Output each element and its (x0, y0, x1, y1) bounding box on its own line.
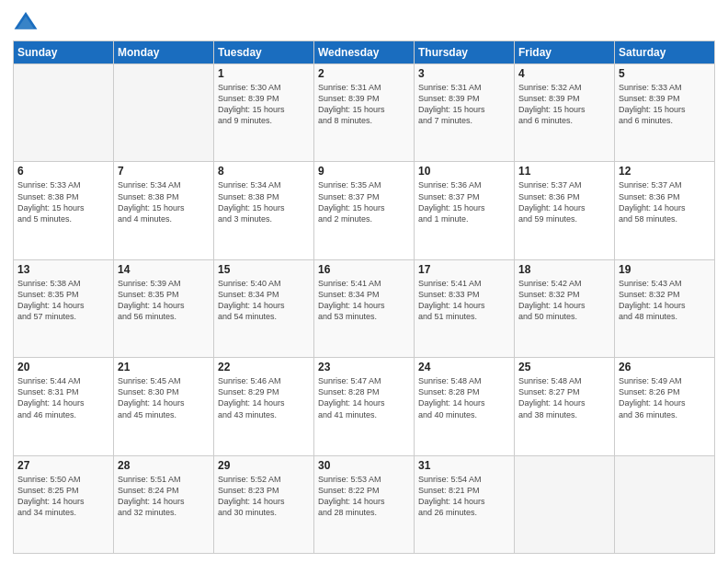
weekday-wednesday: Wednesday (314, 41, 415, 64)
day-number: 19 (619, 263, 711, 276)
day-number: 18 (518, 263, 610, 276)
weekday-thursday: Thursday (415, 41, 515, 64)
weekday-tuesday: Tuesday (214, 41, 314, 64)
day-number: 21 (118, 361, 210, 373)
calendar-cell: 19Sunrise: 5:43 AM Sunset: 8:32 PM Dayli… (615, 259, 715, 357)
logo-icon (13, 9, 39, 35)
day-info: Sunrise: 5:49 AM Sunset: 8:26 PM Dayligh… (619, 375, 711, 420)
day-number: 28 (118, 459, 210, 472)
day-number: 2 (318, 67, 410, 80)
day-number: 13 (17, 263, 109, 276)
calendar-cell: 8Sunrise: 5:34 AM Sunset: 8:38 PM Daylig… (214, 162, 314, 259)
day-number: 6 (17, 165, 109, 178)
calendar-cell: 20Sunrise: 5:44 AM Sunset: 8:31 PM Dayli… (14, 358, 114, 455)
day-info: Sunrise: 5:50 AM Sunset: 8:25 PM Dayligh… (17, 474, 109, 519)
day-number: 31 (418, 459, 510, 472)
day-info: Sunrise: 5:34 AM Sunset: 8:38 PM Dayligh… (218, 179, 310, 224)
day-number: 24 (418, 361, 510, 373)
day-number: 25 (518, 361, 610, 373)
calendar-cell: 28Sunrise: 5:51 AM Sunset: 8:24 PM Dayli… (114, 455, 214, 553)
day-number: 22 (218, 361, 310, 373)
day-info: Sunrise: 5:31 AM Sunset: 8:39 PM Dayligh… (418, 82, 510, 127)
day-info: Sunrise: 5:37 AM Sunset: 8:36 PM Dayligh… (518, 179, 610, 224)
day-info: Sunrise: 5:31 AM Sunset: 8:39 PM Dayligh… (318, 82, 410, 127)
day-number: 8 (218, 165, 310, 178)
calendar-cell: 12Sunrise: 5:37 AM Sunset: 8:36 PM Dayli… (615, 162, 715, 259)
day-number: 7 (118, 165, 210, 178)
day-info: Sunrise: 5:32 AM Sunset: 8:39 PM Dayligh… (518, 82, 610, 127)
day-number: 20 (17, 361, 109, 373)
calendar-cell: 29Sunrise: 5:52 AM Sunset: 8:23 PM Dayli… (214, 455, 314, 553)
calendar-cell: 26Sunrise: 5:49 AM Sunset: 8:26 PM Dayli… (615, 358, 715, 455)
day-info: Sunrise: 5:33 AM Sunset: 8:38 PM Dayligh… (17, 179, 109, 224)
calendar-cell: 25Sunrise: 5:48 AM Sunset: 8:27 PM Dayli… (515, 358, 615, 455)
day-info: Sunrise: 5:45 AM Sunset: 8:30 PM Dayligh… (118, 375, 210, 420)
day-number: 9 (318, 165, 410, 178)
day-number: 4 (518, 67, 610, 80)
calendar-cell: 10Sunrise: 5:36 AM Sunset: 8:37 PM Dayli… (415, 162, 515, 259)
calendar-cell: 22Sunrise: 5:46 AM Sunset: 8:29 PM Dayli… (214, 358, 314, 455)
day-info: Sunrise: 5:35 AM Sunset: 8:37 PM Dayligh… (318, 179, 410, 224)
day-info: Sunrise: 5:34 AM Sunset: 8:38 PM Dayligh… (118, 179, 210, 224)
calendar-cell (515, 455, 615, 553)
day-number: 23 (318, 361, 410, 373)
calendar-cell: 5Sunrise: 5:33 AM Sunset: 8:39 PM Daylig… (615, 64, 715, 162)
day-number: 10 (418, 165, 510, 178)
week-row-4: 20Sunrise: 5:44 AM Sunset: 8:31 PM Dayli… (14, 358, 715, 455)
day-number: 30 (318, 459, 410, 472)
day-number: 1 (218, 67, 310, 80)
day-info: Sunrise: 5:41 AM Sunset: 8:33 PM Dayligh… (418, 278, 510, 323)
day-number: 14 (118, 263, 210, 276)
day-info: Sunrise: 5:43 AM Sunset: 8:32 PM Dayligh… (619, 278, 711, 323)
calendar-cell: 6Sunrise: 5:33 AM Sunset: 8:38 PM Daylig… (14, 162, 114, 259)
calendar-cell: 31Sunrise: 5:54 AM Sunset: 8:21 PM Dayli… (415, 455, 515, 553)
calendar-cell: 3Sunrise: 5:31 AM Sunset: 8:39 PM Daylig… (415, 64, 515, 162)
week-row-3: 13Sunrise: 5:38 AM Sunset: 8:35 PM Dayli… (14, 259, 715, 357)
day-info: Sunrise: 5:37 AM Sunset: 8:36 PM Dayligh… (619, 179, 711, 224)
calendar-cell: 14Sunrise: 5:39 AM Sunset: 8:35 PM Dayli… (114, 259, 214, 357)
day-number: 26 (619, 361, 711, 373)
day-number: 29 (218, 459, 310, 472)
calendar: SundayMondayTuesdayWednesdayThursdayFrid… (13, 40, 715, 554)
day-number: 16 (318, 263, 410, 276)
day-info: Sunrise: 5:54 AM Sunset: 8:21 PM Dayligh… (418, 474, 510, 519)
day-info: Sunrise: 5:53 AM Sunset: 8:22 PM Dayligh… (318, 474, 410, 519)
day-info: Sunrise: 5:30 AM Sunset: 8:39 PM Dayligh… (218, 82, 310, 127)
day-info: Sunrise: 5:39 AM Sunset: 8:35 PM Dayligh… (118, 278, 210, 323)
day-info: Sunrise: 5:44 AM Sunset: 8:31 PM Dayligh… (17, 375, 109, 420)
calendar-cell: 9Sunrise: 5:35 AM Sunset: 8:37 PM Daylig… (314, 162, 415, 259)
calendar-cell (615, 455, 715, 553)
day-number: 17 (418, 263, 510, 276)
day-number: 15 (218, 263, 310, 276)
week-row-1: 1Sunrise: 5:30 AM Sunset: 8:39 PM Daylig… (14, 64, 715, 162)
day-info: Sunrise: 5:38 AM Sunset: 8:35 PM Dayligh… (17, 278, 109, 323)
calendar-cell: 1Sunrise: 5:30 AM Sunset: 8:39 PM Daylig… (214, 64, 314, 162)
weekday-friday: Friday (515, 41, 615, 64)
calendar-cell: 18Sunrise: 5:42 AM Sunset: 8:32 PM Dayli… (515, 259, 615, 357)
day-number: 3 (418, 67, 510, 80)
weekday-saturday: Saturday (615, 41, 715, 64)
day-info: Sunrise: 5:36 AM Sunset: 8:37 PM Dayligh… (418, 179, 510, 224)
week-row-5: 27Sunrise: 5:50 AM Sunset: 8:25 PM Dayli… (14, 455, 715, 553)
calendar-cell: 4Sunrise: 5:32 AM Sunset: 8:39 PM Daylig… (515, 64, 615, 162)
calendar-cell: 13Sunrise: 5:38 AM Sunset: 8:35 PM Dayli… (14, 259, 114, 357)
logo (13, 9, 42, 35)
calendar-cell: 27Sunrise: 5:50 AM Sunset: 8:25 PM Dayli… (14, 455, 114, 553)
weekday-sunday: Sunday (14, 41, 114, 64)
calendar-cell (14, 64, 114, 162)
calendar-cell: 23Sunrise: 5:47 AM Sunset: 8:28 PM Dayli… (314, 358, 415, 455)
day-info: Sunrise: 5:48 AM Sunset: 8:27 PM Dayligh… (518, 375, 610, 420)
calendar-cell: 17Sunrise: 5:41 AM Sunset: 8:33 PM Dayli… (415, 259, 515, 357)
weekday-monday: Monday (114, 41, 214, 64)
day-number: 5 (619, 67, 711, 80)
calendar-cell: 21Sunrise: 5:45 AM Sunset: 8:30 PM Dayli… (114, 358, 214, 455)
week-row-2: 6Sunrise: 5:33 AM Sunset: 8:38 PM Daylig… (14, 162, 715, 259)
calendar-cell: 16Sunrise: 5:41 AM Sunset: 8:34 PM Dayli… (314, 259, 415, 357)
day-number: 27 (17, 459, 109, 472)
day-info: Sunrise: 5:48 AM Sunset: 8:28 PM Dayligh… (418, 375, 510, 420)
calendar-cell: 2Sunrise: 5:31 AM Sunset: 8:39 PM Daylig… (314, 64, 415, 162)
calendar-cell: 24Sunrise: 5:48 AM Sunset: 8:28 PM Dayli… (415, 358, 515, 455)
day-info: Sunrise: 5:41 AM Sunset: 8:34 PM Dayligh… (318, 278, 410, 323)
day-number: 11 (518, 165, 610, 178)
day-info: Sunrise: 5:47 AM Sunset: 8:28 PM Dayligh… (318, 375, 410, 420)
